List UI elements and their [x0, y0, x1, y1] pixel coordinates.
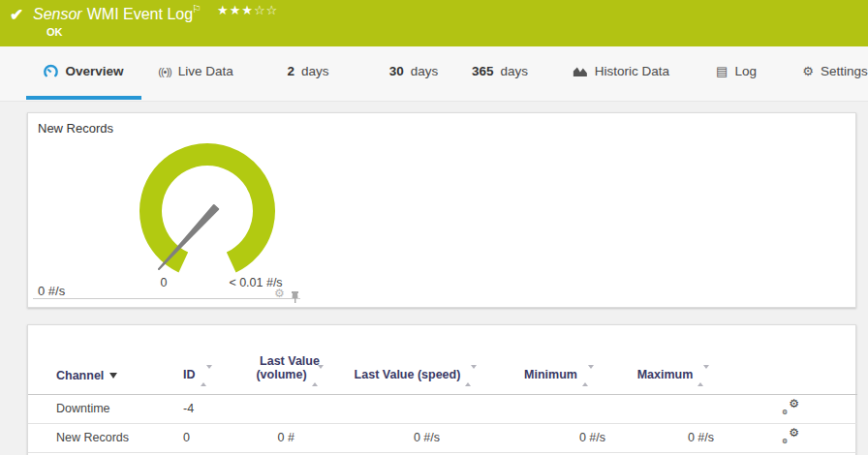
- priority-stars[interactable]: ★★★☆☆: [217, 3, 278, 17]
- tab-2-days[interactable]: 2 days: [287, 46, 328, 96]
- cell-minimum: [493, 394, 625, 423]
- sort-icon: [698, 369, 709, 382]
- column-label: Channel: [56, 369, 104, 382]
- cell-id: 0: [183, 423, 241, 452]
- table-row: New Records 0 0 # 0 #/s 0 #/s 0 #/s ⚙⚙: [28, 423, 857, 452]
- status-check-icon: ✔: [10, 5, 23, 25]
- sensor-header: ✔ SensorWMI Event Log ⚐ ★★★☆☆ OK: [0, 0, 868, 46]
- gauge-chart: [101, 137, 324, 292]
- sort-icon: [582, 369, 594, 382]
- gauge-pin-icon[interactable]: [291, 289, 299, 307]
- tab-number: 365: [472, 64, 494, 78]
- tab-log[interactable]: ▤ Log: [716, 46, 757, 96]
- column-label: Maximum: [637, 368, 694, 381]
- gauge-scale-start: 0: [161, 276, 168, 289]
- sensor-page: ✔ SensorWMI Event Log ⚐ ★★★☆☆ OK Overvie…: [0, 0, 868, 455]
- cell-actions: ⚙⚙: [722, 423, 857, 452]
- gauge-current-value: 0 #/s: [38, 284, 65, 298]
- column-header-channel[interactable]: Channel: [28, 325, 183, 394]
- broadcast-icon: ((•)): [158, 66, 171, 77]
- gauge-divider: [33, 298, 300, 299]
- tab-overview[interactable]: Overview: [43, 46, 123, 96]
- channel-table: Channel ID Last Value (volume) Last Valu…: [28, 325, 857, 453]
- column-label: Last Value (speed): [355, 368, 461, 381]
- sort-icon: [201, 369, 212, 382]
- gauge-panel: New Records 0 < 0.01 #/s 0 #/s ⚙: [27, 112, 856, 308]
- cell-maximum: 0 #/s: [625, 423, 722, 452]
- channel-table-panel: Channel ID Last Value (volume) Last Valu…: [27, 324, 856, 455]
- cell-channel: Downtime: [28, 394, 183, 423]
- title-prefix: Sensor: [33, 6, 82, 22]
- tab-label: Historic Data: [595, 64, 669, 78]
- table-header-row: Channel ID Last Value (volume) Last Valu…: [28, 325, 857, 394]
- tab-bar: Overview ((•)) Live Data 2 days 30 days …: [0, 46, 868, 102]
- gear-icon: ⚙: [802, 64, 814, 78]
- tab-label: Live Data: [178, 64, 233, 78]
- sensor-name: WMI Event Log: [87, 6, 193, 22]
- cell-minimum: 0 #/s: [493, 423, 625, 452]
- column-header-actions: [722, 325, 857, 394]
- cell-id: -4: [183, 394, 241, 423]
- tab-live-data[interactable]: ((•)) Live Data: [158, 46, 233, 96]
- cell-maximum: [625, 394, 722, 423]
- column-label: ID: [183, 368, 196, 381]
- cell-channel: New Records: [28, 423, 183, 452]
- gauge-title: New Records: [38, 121, 113, 136]
- column-header-maximum[interactable]: Maximum: [625, 325, 722, 394]
- tab-label: Overview: [65, 64, 123, 78]
- active-tab-underline: [26, 96, 141, 100]
- cell-last-value-speed: 0 #/s: [338, 423, 493, 452]
- tab-historic-data[interactable]: Historic Data: [573, 46, 669, 96]
- tab-settings[interactable]: ⚙ Settings: [802, 46, 867, 96]
- cell-last-value-volume: [241, 394, 338, 423]
- column-label: Last Value (volume): [256, 354, 319, 381]
- gauge-settings-gear-icon[interactable]: ⚙: [274, 287, 285, 300]
- cell-actions: ⚙⚙: [722, 394, 857, 423]
- tab-label: days: [501, 64, 529, 78]
- area-chart-icon: [573, 65, 588, 77]
- column-header-minimum[interactable]: Minimum: [493, 325, 625, 394]
- tab-30-days[interactable]: 30 days: [389, 46, 439, 96]
- sort-desc-icon: [109, 373, 117, 379]
- tab-number: 30: [389, 64, 404, 78]
- sort-icon: [465, 369, 477, 382]
- channel-settings-gears-icon[interactable]: ⚙⚙: [782, 400, 799, 414]
- status-badge: OK: [46, 26, 63, 38]
- tab-365-days[interactable]: 365 days: [472, 46, 528, 96]
- gauge-icon: [43, 64, 58, 79]
- table-row: Downtime -4 ⚙⚙: [28, 394, 857, 423]
- favorite-flag-icon[interactable]: ⚐: [192, 3, 202, 15]
- page-title: SensorWMI Event Log: [33, 6, 193, 23]
- cell-last-value-speed: [338, 394, 493, 423]
- tab-label: days: [411, 64, 439, 78]
- log-list-icon: ▤: [716, 64, 728, 78]
- tab-number: 2: [287, 64, 294, 78]
- column-header-last-value-volume[interactable]: Last Value (volume): [241, 325, 338, 394]
- column-header-id[interactable]: ID: [183, 325, 241, 394]
- tab-label: Log: [734, 64, 757, 78]
- tab-label: days: [301, 64, 329, 78]
- channel-settings-gears-icon[interactable]: ⚙⚙: [782, 429, 799, 443]
- cell-last-value-volume: 0 #: [241, 423, 338, 452]
- sort-icon: [312, 369, 324, 382]
- column-header-last-value-speed[interactable]: Last Value (speed): [338, 325, 493, 394]
- column-label: Minimum: [524, 368, 577, 381]
- tab-label: Settings: [821, 64, 868, 78]
- gauge-ring: [151, 154, 264, 262]
